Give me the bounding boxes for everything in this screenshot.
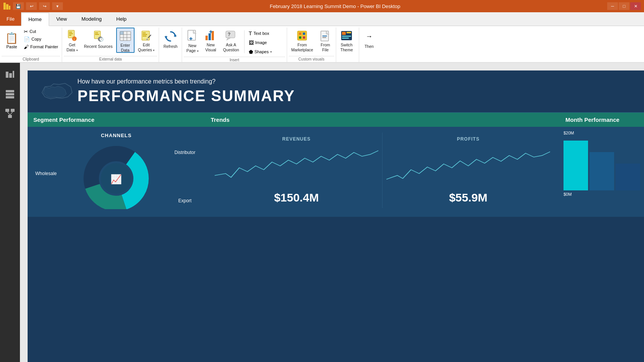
tab-file[interactable]: File — [0, 12, 21, 26]
tab-modeling[interactable]: Modeling — [74, 12, 109, 26]
svg-rect-22 — [143, 34, 147, 35]
edit-queries-button[interactable]: EditQueries ▾ — [135, 28, 158, 53]
svg-rect-60 — [8, 115, 12, 118]
ribbon: 📋 Paste ✂ Cut 📄 Copy 🖌 Format Painter — [0, 26, 644, 63]
tab-help[interactable]: Help — [109, 12, 134, 26]
format-painter-button[interactable]: 🖌 Format Painter — [22, 43, 60, 51]
revenues-label: REVENUES — [215, 136, 378, 142]
title-bar: 💾 ↩ ↪ ▾ February 2018 Learning Summit De… — [0, 0, 644, 12]
high-label: $20M — [564, 131, 640, 135]
month-bars — [564, 137, 640, 190]
month-performance-card: Month Performance $20M $0M — [560, 112, 644, 217]
enter-data-label: EnterData — [120, 43, 130, 52]
refresh-label: Refresh — [163, 44, 177, 49]
save-button[interactable]: 💾 — [13, 2, 24, 10]
svg-line-62 — [10, 112, 13, 115]
cut-button[interactable]: ✂ Cut — [22, 28, 60, 35]
shapes-button[interactable]: ⬟ Shapes ▾ — [247, 48, 285, 56]
svg-text:↓: ↓ — [73, 37, 75, 41]
ask-question-button[interactable]: ? Ask AQuestion — [220, 28, 242, 53]
copy-button[interactable]: 📄 Copy — [22, 35, 60, 43]
header-title: PERFORMANCE SUMMARY — [77, 87, 295, 105]
minimize-button[interactable]: ─ — [607, 2, 618, 10]
profits-value: $55.9M — [386, 191, 550, 204]
get-data-button[interactable]: ↓ GetData ▾ — [64, 28, 80, 53]
report-canvas: How have our performance metrics been tr… — [28, 70, 644, 362]
new-visual-button[interactable]: NewVisual — [202, 28, 220, 53]
format-painter-label: Format Painter — [30, 44, 58, 49]
edit-queries-label: EditQueries ▾ — [138, 43, 155, 52]
new-visual-label: NewVisual — [205, 43, 216, 52]
tab-home[interactable]: Home — [21, 13, 49, 26]
svg-rect-58 — [5, 109, 9, 112]
revenues-section: REVENUES $150.4M — [211, 133, 382, 208]
switch-theme-button[interactable]: SwitchTheme — [338, 28, 356, 53]
svg-rect-19 — [120, 31, 123, 34]
wholesale-label: Wholesale — [35, 171, 57, 176]
text-box-button[interactable]: T Text box — [247, 29, 285, 38]
svg-rect-59 — [11, 109, 15, 112]
external-data-group-label: External data — [64, 56, 157, 62]
new-page-button[interactable]: NewPage ▾ — [184, 28, 201, 53]
dropdown-button[interactable]: ▾ — [52, 2, 63, 10]
cut-icon: ✂ — [24, 29, 28, 34]
from-marketplace-button[interactable]: FromMarketplace — [289, 28, 316, 53]
themes-items: SwitchTheme — [338, 28, 357, 55]
recent-sources-label: Recent Sources — [84, 44, 113, 49]
undo-button[interactable]: ↩ — [26, 2, 37, 10]
svg-rect-55 — [6, 90, 14, 92]
recent-sources-button[interactable]: 🕐 Recent Sources — [81, 28, 115, 53]
close-button[interactable]: ✕ — [630, 2, 641, 10]
report-header: How have our performance metrics been tr… — [28, 70, 644, 112]
svg-rect-2 — [9, 6, 10, 10]
app-logo-icon — [3, 2, 11, 10]
svg-rect-53 — [9, 73, 12, 78]
get-data-label: GetData ▾ — [66, 43, 77, 52]
tab-view[interactable]: View — [49, 12, 74, 26]
svg-rect-21 — [143, 33, 146, 33]
enter-data-button[interactable]: EnterData — [116, 28, 135, 53]
from-file-icon — [319, 29, 332, 42]
refresh-button[interactable]: Refresh — [161, 28, 180, 53]
segment-card-body: CHANNELS 📈 — [28, 127, 205, 217]
refresh-icon — [164, 29, 177, 43]
image-label: Image — [255, 40, 267, 45]
shapes-icon: ⬟ — [249, 49, 253, 55]
svg-rect-52 — [6, 72, 8, 78]
distributor-label: Distributor — [174, 150, 196, 155]
svg-rect-10 — [95, 33, 98, 33]
svg-rect-45 — [322, 36, 327, 36]
then-icon: → — [366, 29, 373, 43]
sidebar-item-data[interactable] — [2, 86, 18, 103]
then-label: Then — [365, 44, 374, 49]
then-group: → Then - — [359, 28, 379, 62]
then-items: → Then — [361, 28, 378, 55]
custom-visuals-group: FromMarketplace FromFile Custom visuals — [287, 28, 336, 62]
clipboard-group-label: Clipboard — [2, 56, 60, 62]
sidebar-item-report[interactable] — [2, 67, 18, 84]
image-button[interactable]: 🖼 Image — [247, 38, 285, 47]
clipboard-right: ✂ Cut 📄 Copy 🖌 Format Painter — [22, 28, 60, 53]
bar-2 — [590, 152, 614, 190]
svg-rect-33 — [212, 31, 214, 40]
themes-group: SwitchTheme - — [336, 28, 359, 62]
maximize-button[interactable]: □ — [619, 2, 629, 10]
header-text: How have our performance metrics been tr… — [77, 78, 295, 105]
svg-rect-0 — [3, 3, 6, 10]
profits-section: PROFITS $55.9M — [382, 133, 554, 208]
svg-rect-50 — [342, 36, 351, 37]
insert-items: NewPage ▾ NewVisual — [184, 28, 285, 56]
paste-button[interactable]: 📋 Paste — [2, 28, 22, 53]
from-marketplace-label: FromMarketplace — [291, 43, 313, 52]
shapes-label: Shapes — [255, 49, 269, 54]
then-button[interactable]: → Then — [361, 28, 378, 53]
svg-rect-23 — [143, 36, 146, 36]
insert-group-label: Insert — [184, 57, 285, 63]
svg-text:?: ? — [228, 32, 230, 37]
month-card-header: Month Performance — [560, 113, 644, 127]
canvas-area: How have our performance metrics been tr… — [20, 63, 644, 362]
redo-button[interactable]: ↪ — [39, 2, 50, 10]
from-file-button[interactable]: FromFile — [317, 28, 334, 53]
sidebar-item-model[interactable] — [2, 105, 18, 122]
new-visual-icon — [205, 29, 217, 42]
